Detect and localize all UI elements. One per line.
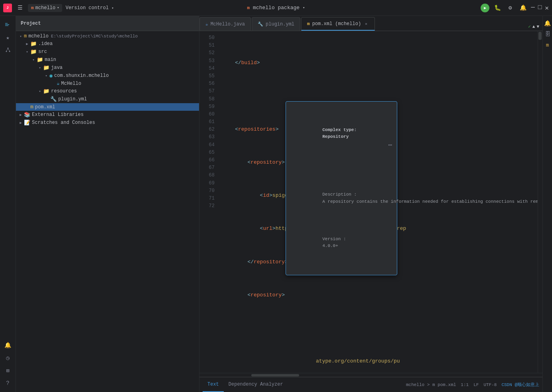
main-layout: ★ 🔔 ◷ ⊞ ? Project ▾ m mchello E:\studyPr…: [0, 16, 552, 392]
version-control-menu[interactable]: Version control ▾: [65, 5, 114, 11]
tree-label-idea: .idea: [38, 41, 53, 47]
yml-icon: 🔧: [50, 96, 57, 102]
tree-label-external-libs: External Libraries: [32, 112, 84, 118]
tree-item-java[interactable]: ▾ 📁 java: [16, 64, 199, 72]
right-icon-notifications[interactable]: 🔔: [542, 18, 552, 29]
right-icon-m[interactable]: m: [542, 40, 552, 51]
tab-pom-xml[interactable]: m pom.xml (mchello) ✕: [301, 17, 375, 31]
folder-icon: 📁: [30, 41, 37, 47]
sidebar-icon-structure[interactable]: [2, 45, 14, 56]
tree-label-mchello: mchello: [28, 33, 48, 39]
minimize-button[interactable]: ─: [531, 4, 535, 12]
notifications-icon[interactable]: 🔔: [518, 3, 528, 13]
sidebar-icon-notifications[interactable]: 🔔: [2, 339, 14, 351]
tree-item-mchello-java[interactable]: ▶ ☕ McHello: [16, 80, 199, 87]
editor-content: 50 51 52 53 54 55 56 57 58 59 60 61 62 6…: [199, 31, 542, 373]
maximize-button[interactable]: □: [538, 4, 542, 12]
settings-icon[interactable]: ⚙: [505, 3, 515, 13]
sidebar-icon-bookmarks[interactable]: ★: [2, 32, 14, 43]
svg-point-5: [9, 51, 10, 52]
scratch-icon: 📝: [24, 120, 30, 126]
java-file-icon: ☕: [57, 80, 59, 86]
library-icon: 📚: [24, 112, 30, 118]
horizontal-scrollbar[interactable]: [199, 373, 542, 377]
tree-item-package[interactable]: ▾ ◉ com.shunxin.mchello: [16, 72, 199, 80]
tree-item-mchello[interactable]: ▾ m mchello E:\studyProject\iMC\study\mc…: [16, 33, 199, 40]
folder-icon: 📁: [37, 57, 43, 63]
tree-item-idea[interactable]: ▶ 📁 .idea: [16, 40, 199, 48]
tree-label-mchello-java: McHello: [61, 81, 81, 86]
tree-arrow: ▾: [30, 58, 37, 62]
code-line-51: [223, 92, 538, 101]
status-encoding[interactable]: UTF-8: [483, 382, 497, 387]
checkmark-icon: ✓: [528, 24, 531, 29]
panel-title: Project: [21, 21, 41, 26]
status-breadcrumb: mchello > m pom.xml: [406, 382, 456, 387]
project-icon: m: [31, 6, 34, 10]
xml-tab-icon: m: [307, 22, 310, 26]
right-sidebar: 🔔 🗄 m: [542, 16, 552, 392]
sidebar-icon-terminal[interactable]: ⊞: [2, 365, 14, 376]
tree-item-main[interactable]: ▾ 📁 main: [16, 56, 199, 64]
status-line-ending[interactable]: LF: [473, 382, 479, 387]
tree-item-external-libs[interactable]: ▶ 📚 External Libraries: [16, 111, 199, 119]
tab-label-mchello: McHello.java: [211, 22, 245, 27]
tab-nav-up[interactable]: ▲: [532, 24, 535, 29]
tooltip-version-value: 4.0.0+: [322, 243, 338, 248]
package-dropdown-icon: ▾: [303, 6, 305, 10]
tree-arrow: ▾: [43, 74, 49, 78]
tree-item-resources[interactable]: ▾ 📁 resources: [16, 87, 199, 95]
run-button[interactable]: ▶: [481, 4, 489, 12]
sidebar-icon-history[interactable]: ◷: [2, 352, 14, 363]
sidebar-icon-project[interactable]: [2, 19, 14, 30]
editor-scrollbar[interactable]: [538, 31, 542, 373]
line-numbers: 50 51 52 53 54 55 56 57 58 59 60 61 62 6…: [199, 31, 219, 373]
tree-item-src[interactable]: ▾ 📁 src: [16, 48, 199, 56]
tab-label-pom: pom.xml (mchello): [312, 21, 361, 27]
title-bar-right: ▶ 🐛 ⚙ 🔔 ─ □ ✕: [481, 3, 549, 13]
tab-plugin-yml[interactable]: 🔧 plugin.yml: [252, 17, 300, 31]
title-bar-left: J ☰ m mchello ▾ Version control ▾: [3, 3, 477, 13]
breadcrumb-text: mchello > m pom.xml: [406, 382, 456, 387]
project-dropdown-icon: ▾: [57, 6, 59, 10]
tooltip-version-line: Version : 4.0.0+: [291, 229, 392, 257]
tooltip-more-icon[interactable]: ⋯: [388, 141, 392, 151]
hamburger-menu-button[interactable]: ☰: [15, 3, 25, 13]
tab-mchello-java[interactable]: ☕ McHello.java: [199, 17, 251, 31]
panel-header: Project: [16, 16, 199, 31]
bottom-tab-dep-analyzer[interactable]: Dependency Analyzer: [224, 377, 288, 392]
code-line-50: </build>: [223, 59, 538, 67]
svg-line-6: [6, 49, 8, 51]
code-line-59: atype.org/content/groups/pu: [223, 357, 538, 366]
tooltip-desc-line: Description : A repository contains the …: [291, 184, 392, 212]
tree-label-package: com.shunxin.mchello: [54, 73, 109, 78]
status-bar: mchello > m pom.xml 1:1 LF UTF-8 CSDN @顺…: [406, 382, 539, 388]
tab-close-button[interactable]: ✕: [363, 21, 369, 27]
code-editor[interactable]: </build> <repositories> <repository> <id…: [219, 31, 538, 373]
tree-label-pom-xml: pom.xml: [35, 104, 55, 110]
debug-icon[interactable]: 🐛: [493, 3, 502, 13]
tab-nav-down[interactable]: ▼: [536, 24, 539, 29]
tooltip-version-label: Version :: [322, 237, 346, 241]
bottom-tab-text[interactable]: Text: [203, 377, 224, 392]
editor-area: ☕ McHello.java 🔧 plugin.yml m pom.xml (m…: [199, 16, 542, 392]
bottom-tab-text-label: Text: [207, 382, 219, 387]
tooltip-desc-label: Description :: [322, 192, 357, 197]
tree-label-resources: resources: [51, 88, 77, 94]
sidebar-icon-help[interactable]: ?: [2, 378, 14, 389]
xml-icon: m: [30, 104, 34, 110]
tree-label-src: src: [38, 49, 47, 55]
package-label: mchello package: [253, 5, 300, 11]
right-icon-database[interactable]: 🗄: [542, 29, 552, 40]
project-selector[interactable]: m mchello ▾: [28, 4, 62, 12]
tree-item-pom-xml[interactable]: ▶ m pom.xml: [16, 103, 199, 111]
status-position[interactable]: 1:1: [461, 382, 469, 387]
close-button[interactable]: ✕: [545, 4, 549, 12]
project-tree: ▾ m mchello E:\studyProject\iMC\study\mc…: [16, 31, 199, 392]
tooltip-type-label: Complex type:: [322, 127, 357, 132]
tab-label-plugin: plugin.yml: [266, 22, 294, 27]
project-panel: Project ▾ m mchello E:\studyProject\iMC\…: [16, 16, 199, 392]
tree-item-scratches[interactable]: ▶ 📝 Scratches and Consoles: [16, 119, 199, 127]
tree-item-plugin-yml[interactable]: ▶ 🔧 plugin.yml: [16, 95, 199, 103]
scrollbar-thumb: [538, 32, 542, 40]
